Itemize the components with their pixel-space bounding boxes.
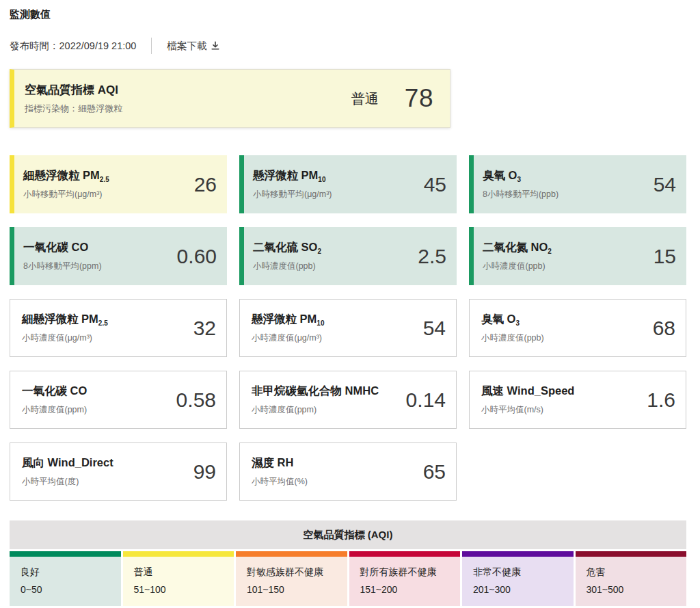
download-button[interactable]: 檔案下載 [167,40,220,53]
pollutant-value: 68 [653,317,675,340]
pollutant-card: 二氧化氮 NO2 小時濃度值(ppb) 15 [469,227,686,285]
pollutant-card: 風速 Wind_Speed 小時平均值(m/s) 1.6 [469,371,686,429]
aqi-summary-card: 空氣品質指標 AQI 指標污染物：細懸浮微粒 普通 78 [10,69,450,128]
divider [151,38,152,54]
aqi-title: 空氣品質指標 AQI [25,82,122,98]
pollutant-card: 濕度 RH 小時平均值(%) 65 [239,442,457,501]
pollutant-value: 0.60 [177,245,217,268]
aqi-category-range: 301~500 [587,584,687,595]
pollutant-value: 99 [193,460,216,484]
aqi-indicator-pollutant: 指標污染物：細懸浮微粒 [25,103,122,115]
aqi-value: 78 [405,84,433,113]
aqi-legend-cells: 良好 0~50 普通 51~100 對敏感族群不健康 101~150 對所有族群… [10,551,686,606]
pollutant-measure-desc: 小時移動平均(μg/m³) [253,189,332,200]
pollutant-measure-desc: 8小時移動平均(ppm) [23,261,102,272]
pollutant-card-text: 細懸浮微粒 PM2.5 小時移動平均(μg/m³) [23,168,109,200]
aqi-category-range: 201~300 [473,584,574,595]
pollutant-value: 26 [194,173,217,196]
pollutant-value: 0.14 [406,388,446,412]
monitoring-page: 監測數值 發布時間：2022/09/19 21:00 檔案下載 空氣品質指標 A… [0,0,700,608]
pollutant-measure-desc: 小時平均值(m/s) [481,404,574,416]
pollutant-value: 15 [654,245,676,268]
aqi-category-label: 良好 [21,566,121,579]
pollutant-value: 1.6 [647,388,675,412]
pollutant-card: 非甲烷碳氫化合物 NMHC 小時濃度值(ppm) 0.14 [239,371,457,429]
aqi-category-range: 151~200 [360,584,461,595]
pollutant-card-text: 二氧化硫 SO2 小時濃度值(ppb) [253,240,321,272]
pollutant-measure-desc: 8小時移動平均(ppb) [483,189,558,200]
pollutant-card-text: 懸浮微粒 PM10 小時移動平均(μg/m³) [253,168,332,200]
aqi-category-range: 0~50 [21,584,121,595]
pollutant-card: 細懸浮微粒 PM2.5 小時移動平均(μg/m³) 26 [10,155,227,213]
cards-grid: 細懸浮微粒 PM2.5 小時移動平均(μg/m³) 26 懸浮微粒 PM10 小… [10,155,686,501]
pollutant-card-text: 濕度 RH 小時平均值(%) [252,455,308,488]
pollutant-card-text: 非甲烷碳氫化合物 NMHC 小時濃度值(ppm) [252,384,379,416]
pollutant-card: 風向 Wind_Direct 小時平均值(度) 99 [10,442,227,501]
pollutant-value: 54 [654,173,676,196]
aqi-category-label: 非常不健康 [473,566,574,579]
pollutant-card: 一氧化碳 CO 小時濃度值(ppm) 0.58 [10,371,227,429]
pollutant-name: 一氧化碳 CO [23,240,102,255]
pollutant-value: 2.5 [418,245,446,268]
pollutant-value: 0.58 [176,388,216,412]
pollutant-card: 細懸浮微粒 PM2.5 小時濃度值(μg/m³) 32 [10,299,227,357]
pollutant-card-text: 臭氧 O3 8小時移動平均(ppb) [483,168,558,200]
aqi-legend: 空氣品質指標 (AQI) 良好 0~50 普通 51~100 對敏感族群不健康 … [10,520,686,606]
pollutant-measure-desc: 小時移動平均(μg/m³) [23,189,109,200]
page-title: 監測數值 [10,7,686,21]
aqi-category-label: 對所有族群不健康 [360,566,461,579]
pollutant-measure-desc: 小時濃度值(ppb) [481,332,544,344]
pollutant-measure-desc: 小時濃度值(ppm) [252,404,379,416]
pollutant-name: 細懸浮微粒 PM2.5 [23,168,109,183]
pollutant-card: 懸浮微粒 PM10 小時濃度值(μg/m³) 54 [239,299,457,357]
meta-row: 發布時間：2022/09/19 21:00 檔案下載 [10,38,686,54]
pollutant-name: 風速 Wind_Speed [481,384,574,399]
pollutant-measure-desc: 小時濃度值(ppb) [253,261,321,272]
pollutant-value: 65 [423,460,446,484]
aqi-category-label: 普通 [134,566,234,579]
pollutant-name: 懸浮微粒 PM10 [252,312,324,327]
pollutant-name: 二氧化硫 SO2 [253,240,321,255]
pollutant-name: 二氧化氮 NO2 [483,240,552,255]
pollutant-name: 細懸浮微粒 PM2.5 [22,312,108,327]
aqi-summary-reading: 普通 78 [351,84,433,113]
pollutant-name: 非甲烷碳氫化合物 NMHC [252,384,379,399]
pollutant-value: 54 [423,317,446,340]
pollutant-card: 臭氧 O3 8小時移動平均(ppb) 54 [469,155,686,213]
pollutant-measure-desc: 小時平均值(%) [252,476,308,488]
pollutant-name: 一氧化碳 CO [22,384,87,399]
aqi-legend-title: 空氣品質指標 (AQI) [10,520,686,549]
aqi-category-range: 51~100 [134,584,234,595]
aqi-legend-item: 對所有族群不健康 151~200 [349,551,461,606]
pollutant-card-text: 一氧化碳 CO 小時濃度值(ppm) [22,384,87,416]
pollutant-card: 臭氧 O3 小時濃度值(ppb) 68 [469,299,686,357]
aqi-category-label: 危害 [587,566,687,579]
pollutant-name: 臭氧 O3 [481,312,544,327]
aqi-legend-item: 危害 301~500 [576,551,687,606]
pollutant-measure-desc: 小時濃度值(μg/m³) [252,332,324,344]
pollutant-card: 二氧化硫 SO2 小時濃度值(ppb) 2.5 [239,227,457,285]
pollutant-card: 一氧化碳 CO 8小時移動平均(ppm) 0.60 [10,227,227,285]
pollutant-card-text: 細懸浮微粒 PM2.5 小時濃度值(μg/m³) [22,312,108,344]
aqi-category-range: 101~150 [247,584,347,595]
publish-time: 發布時間：2022/09/19 21:00 [10,40,136,53]
pollutant-name: 濕度 RH [252,455,308,471]
pollutant-card-text: 一氧化碳 CO 8小時移動平均(ppm) [23,240,102,272]
pollutant-name: 臭氧 O3 [483,168,558,183]
pollutant-card-text: 風速 Wind_Speed 小時平均值(m/s) [481,384,574,416]
pollutant-measure-desc: 小時平均值(度) [22,476,113,488]
pollutant-measure-desc: 小時濃度值(μg/m³) [22,332,108,344]
pollutant-card-text: 臭氧 O3 小時濃度值(ppb) [481,312,544,344]
pollutant-card-text: 懸浮微粒 PM10 小時濃度值(μg/m³) [252,312,324,344]
aqi-legend-item: 非常不健康 201~300 [462,551,574,606]
aqi-legend-item: 良好 0~50 [10,551,121,606]
aqi-legend-item: 普通 51~100 [123,551,234,606]
pollutant-card-text: 風向 Wind_Direct 小時平均值(度) [22,455,113,488]
download-icon [211,41,220,51]
pollutant-measure-desc: 小時濃度值(ppb) [483,261,552,272]
aqi-status-badge: 普通 [351,90,379,108]
pollutant-value: 45 [424,173,446,196]
pollutant-measure-desc: 小時濃度值(ppm) [22,404,87,416]
download-label: 檔案下載 [167,40,206,53]
pollutant-value: 32 [193,317,216,340]
